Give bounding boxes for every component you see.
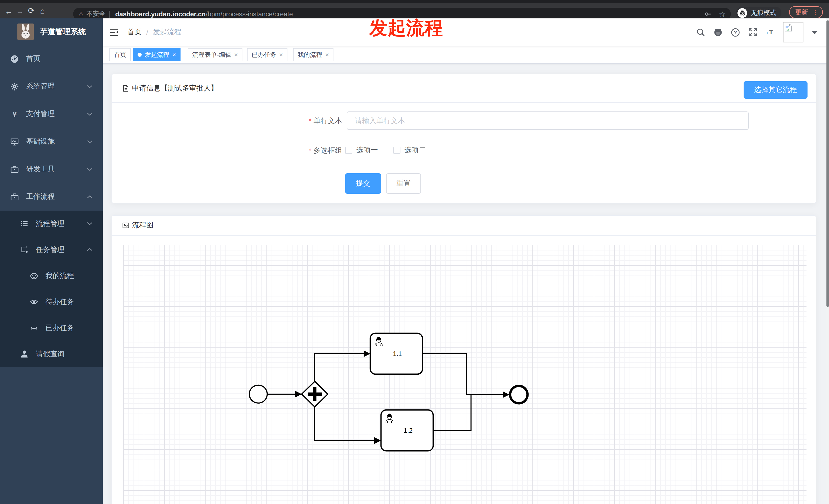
monitor-icon bbox=[10, 137, 19, 146]
chevron-up-icon bbox=[87, 195, 93, 199]
active-tab-dot bbox=[138, 53, 142, 57]
tab-done-tasks[interactable]: 已办任务 × bbox=[247, 48, 287, 61]
sidebar-menu: 首页 系统管理 ¥ 支付管理 基础设施 bbox=[0, 45, 103, 367]
not-secure-label[interactable]: 不安全 bbox=[86, 10, 106, 18]
sidebar-item-task-mgmt[interactable]: 任务管理 bbox=[0, 237, 103, 263]
breadcrumb-home[interactable]: 首页 bbox=[127, 28, 142, 37]
chevron-down-icon bbox=[87, 112, 93, 116]
briefcase-icon bbox=[10, 192, 19, 201]
dashboard-icon bbox=[10, 54, 19, 63]
browser-reload-icon[interactable]: ⟳ bbox=[26, 6, 37, 15]
sidebar-item-system[interactable]: 系统管理 bbox=[0, 73, 103, 100]
tab-home[interactable]: 首页 bbox=[109, 48, 131, 61]
sidebar-item-workflow[interactable]: 工作流程 bbox=[0, 183, 103, 210]
sidebar-item-label: 流程管理 bbox=[36, 219, 87, 228]
font-size-icon[interactable]: TT bbox=[766, 28, 775, 37]
user-icon bbox=[20, 350, 29, 358]
fullscreen-icon[interactable] bbox=[748, 28, 757, 37]
arrowhead-icon bbox=[503, 391, 509, 398]
checkbox-option2[interactable] bbox=[393, 147, 400, 154]
checkbox-group: 选项一 选项二 bbox=[345, 143, 426, 157]
reset-button[interactable]: 重置 bbox=[386, 173, 421, 194]
sidebar-item-leave-query[interactable]: 请假查询 bbox=[0, 341, 103, 367]
github-icon[interactable] bbox=[713, 28, 723, 37]
bpmn-diagram: 1.1 1.2 bbox=[123, 245, 806, 504]
process-diagram-title: 流程图 bbox=[132, 221, 153, 230]
bpmn-start-event[interactable] bbox=[249, 385, 267, 403]
browser-menu-icon[interactable]: ⋮ bbox=[812, 10, 818, 15]
url-host: dashboard.yudao.iocoder.cn bbox=[115, 10, 206, 18]
process-diagram-card-header: 流程图 bbox=[112, 216, 816, 236]
tab-my-process[interactable]: 我的流程 × bbox=[293, 48, 333, 61]
tab-label: 发起流程 bbox=[145, 48, 169, 61]
checkbox-option1[interactable] bbox=[345, 147, 352, 154]
close-icon[interactable]: × bbox=[234, 48, 238, 61]
single-line-text-input[interactable] bbox=[347, 111, 749, 130]
eye-closed-icon bbox=[30, 323, 38, 332]
svg-text:T: T bbox=[766, 31, 768, 35]
page-scrollbar-thumb[interactable] bbox=[826, 21, 829, 307]
svg-text:T: T bbox=[769, 29, 773, 36]
sidebar-item-done-tasks[interactable]: 已办任务 bbox=[0, 315, 103, 341]
screen: ← → ⟳ ⌂ ⚠ 不安全 dashboard.yudao.iocoder.cn… bbox=[0, 0, 829, 504]
close-icon[interactable]: × bbox=[325, 48, 329, 61]
svg-text:?: ? bbox=[734, 29, 737, 35]
bpmn-end-event[interactable] bbox=[510, 386, 528, 403]
sidebar-item-my-process[interactable]: 我的流程 bbox=[0, 263, 103, 289]
yen-icon: ¥ bbox=[10, 110, 19, 118]
sidebar-item-infra[interactable]: 基础设施 bbox=[0, 128, 103, 155]
sidebar-item-label: 任务管理 bbox=[36, 245, 87, 254]
sidebar-item-devtools[interactable]: 研发工具 bbox=[0, 155, 103, 183]
avatar-dropdown-caret-icon[interactable] bbox=[812, 30, 818, 34]
app-logo-avatar bbox=[17, 24, 34, 40]
chrome-update-button[interactable]: 更新 ⋮ bbox=[789, 6, 823, 18]
browser-back-icon[interactable]: ← bbox=[3, 6, 14, 15]
browser-tabstrip bbox=[0, 0, 829, 3]
tab-process-form-edit[interactable]: 流程表单-编辑 × bbox=[188, 48, 243, 61]
tab-label: 我的流程 bbox=[298, 48, 322, 61]
eye-icon bbox=[30, 298, 38, 306]
checkbox-option1-label[interactable]: 选项一 bbox=[356, 146, 378, 155]
page-annotation-title: 发起流程 bbox=[369, 16, 443, 41]
omnibox-divider bbox=[110, 10, 110, 17]
field-label-single-line: *单行文本 bbox=[276, 111, 342, 130]
apply-info-card-header: 申请信息【测试多审批人】 bbox=[112, 74, 816, 103]
help-icon[interactable]: ? bbox=[731, 28, 740, 37]
chevron-down-icon bbox=[87, 85, 93, 88]
list-icon bbox=[20, 219, 29, 228]
select-other-process-button[interactable]: 选择其它流程 bbox=[744, 81, 807, 99]
password-key-icon[interactable] bbox=[704, 10, 712, 18]
sidebar-item-label: 工作流程 bbox=[26, 192, 87, 201]
sidebar-item-label: 待办任务 bbox=[45, 297, 95, 306]
tab-label: 流程表单-编辑 bbox=[192, 48, 231, 61]
page-scrollbar[interactable] bbox=[826, 18, 829, 504]
browser-home-icon[interactable]: ⌂ bbox=[37, 6, 48, 15]
submit-button[interactable]: 提交 bbox=[345, 173, 381, 194]
app-logo-row[interactable]: 芋道管理系统 bbox=[0, 18, 103, 45]
tab-label: 首页 bbox=[114, 48, 126, 61]
sidebar-item-process-mgmt[interactable]: 流程管理 bbox=[0, 210, 103, 237]
sidebar: 芋道管理系统 首页 系统管理 ¥ 支付管理 bbox=[0, 18, 103, 504]
bookmark-star-icon[interactable]: ☆ bbox=[719, 9, 726, 18]
main-content: 申请信息【测试多审批人】 选择其它流程 *单行文本 *多选框组 选项一 选项二 … bbox=[103, 64, 829, 504]
tab-label: 已办任务 bbox=[252, 48, 276, 61]
close-icon[interactable]: × bbox=[279, 48, 283, 61]
incognito-icon bbox=[737, 8, 747, 17]
search-icon[interactable] bbox=[696, 28, 705, 37]
breadcrumb-current: 发起流程 bbox=[153, 28, 182, 37]
browser-forward-icon[interactable]: → bbox=[14, 6, 26, 15]
sidebar-item-todo-tasks[interactable]: 待办任务 bbox=[0, 289, 103, 315]
bpmn-canvas[interactable]: 1.1 1.2 bbox=[123, 245, 806, 504]
sidebar-item-home[interactable]: 首页 bbox=[0, 45, 103, 73]
process-diagram-card: 流程图 bbox=[111, 215, 816, 504]
user-avatar-broken-image[interactable] bbox=[783, 22, 803, 42]
sidebar-item-label: 支付管理 bbox=[26, 109, 87, 119]
sidebar-item-label: 我的流程 bbox=[45, 271, 95, 280]
sidebar-item-payment[interactable]: ¥ 支付管理 bbox=[0, 100, 103, 128]
tab-start-process[interactable]: 发起流程 × bbox=[133, 48, 181, 61]
sidebar-item-label: 基础设施 bbox=[26, 137, 87, 146]
sidebar-collapse-icon[interactable] bbox=[109, 27, 119, 37]
apply-info-title: 申请信息【测试多审批人】 bbox=[132, 84, 218, 93]
checkbox-option2-label[interactable]: 选项二 bbox=[404, 146, 426, 155]
close-icon[interactable]: × bbox=[172, 48, 176, 61]
